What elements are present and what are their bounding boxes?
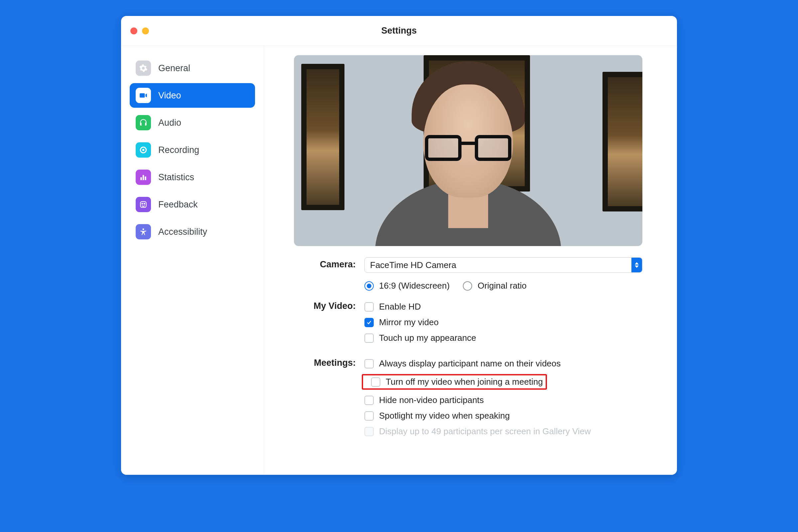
display-49-participants-option: Display up to 49 participants per screen…: [364, 424, 642, 439]
sidebar-item-accessibility[interactable]: Accessibility: [130, 220, 255, 244]
select-stepper-icon: [631, 258, 642, 272]
camera-select-value: FaceTime HD Camera: [370, 260, 456, 270]
sidebar-item-label: Video: [158, 91, 181, 101]
sidebar-item-label: Accessibility: [158, 227, 207, 237]
ratio-widescreen-label: 16:9 (Widescreen): [379, 281, 450, 291]
radio-icon: [463, 281, 472, 291]
checkbox-icon: [364, 427, 374, 436]
option-label: Mirror my video: [379, 317, 439, 327]
sidebar-item-label: Audio: [158, 118, 181, 128]
checkbox-icon: [364, 318, 374, 327]
headphones-icon: [136, 115, 151, 130]
content-pane: Camera: FaceTime HD Camera 16:9 (Widescr…: [264, 46, 677, 475]
turn-off-video-option-highlight: Turn off my video when joining a meeting: [364, 372, 642, 392]
display-participant-name-option[interactable]: Always display participant name on their…: [364, 356, 642, 372]
touch-up-option[interactable]: Touch up my appearance: [364, 330, 642, 346]
ratio-widescreen-option[interactable]: 16:9 (Widescreen): [364, 278, 450, 293]
bar-chart-icon: [136, 170, 151, 185]
my-video-label: My Video:: [294, 299, 364, 311]
turn-off-video-option[interactable]: Turn off my video when joining a meeting: [362, 374, 547, 390]
window-body: General Video Audio Recording: [121, 46, 677, 475]
camera-row: Camera: FaceTime HD Camera 16:9 (Widescr…: [294, 258, 642, 296]
enable-hd-option[interactable]: Enable HD: [364, 299, 642, 315]
preview-background-art: [301, 64, 344, 210]
checkbox-icon: [364, 411, 374, 421]
sidebar-item-audio[interactable]: Audio: [130, 110, 255, 135]
ratio-original-option[interactable]: Original ratio: [463, 278, 526, 293]
svg-point-1: [142, 149, 145, 151]
sidebar: General Video Audio Recording: [121, 46, 264, 475]
checkbox-icon: [364, 396, 374, 405]
checkbox-icon: [364, 334, 374, 343]
accessibility-icon: [136, 224, 151, 240]
option-label: Spotlight my video when speaking: [379, 411, 510, 421]
mirror-video-option[interactable]: Mirror my video: [364, 315, 642, 330]
sidebar-item-feedback[interactable]: Feedback: [130, 192, 255, 217]
smiley-icon: [136, 197, 151, 212]
camera-select[interactable]: FaceTime HD Camera: [364, 258, 642, 273]
checkbox-icon: [364, 302, 374, 311]
svg-point-7: [144, 203, 145, 204]
titlebar: Settings: [121, 16, 677, 46]
preview-person-glasses: [425, 135, 511, 162]
record-icon: [136, 142, 151, 158]
option-label: Enable HD: [379, 302, 421, 312]
sidebar-item-label: Statistics: [158, 172, 194, 183]
close-icon[interactable]: [130, 27, 137, 34]
svg-rect-3: [142, 175, 144, 180]
sidebar-item-label: General: [158, 63, 190, 74]
sidebar-item-label: Recording: [158, 145, 199, 155]
option-label: Turn off my video when joining a meeting: [386, 377, 543, 387]
my-video-row: My Video: Enable HD Mirror my video: [294, 299, 642, 346]
radio-icon: [364, 281, 374, 291]
meetings-row: Meetings: Always display participant nam…: [294, 356, 642, 439]
svg-rect-4: [145, 176, 146, 180]
settings-window: Settings General Video Audio: [121, 16, 677, 475]
option-label: Display up to 49 participants per screen…: [379, 426, 591, 437]
svg-point-8: [142, 228, 144, 230]
checkbox-icon: [371, 377, 380, 387]
checkbox-icon: [364, 359, 374, 368]
option-label: Hide non-video participants: [379, 395, 484, 405]
video-camera-icon: [136, 88, 151, 103]
minimize-icon[interactable]: [142, 27, 149, 34]
meetings-label: Meetings:: [294, 356, 364, 368]
window-title: Settings: [381, 25, 417, 36]
sidebar-item-recording[interactable]: Recording: [130, 138, 255, 162]
camera-label: Camera:: [294, 258, 364, 270]
sidebar-item-general[interactable]: General: [130, 56, 255, 80]
ratio-original-label: Original ratio: [477, 281, 526, 291]
sidebar-item-label: Feedback: [158, 200, 198, 210]
window-controls: [130, 27, 149, 34]
option-label: Touch up my appearance: [379, 333, 476, 343]
sidebar-item-video[interactable]: Video: [130, 83, 255, 108]
gear-icon: [136, 60, 151, 76]
spotlight-video-option[interactable]: Spotlight my video when speaking: [364, 408, 642, 424]
sidebar-item-statistics[interactable]: Statistics: [130, 165, 255, 190]
hide-non-video-option[interactable]: Hide non-video participants: [364, 392, 642, 408]
svg-rect-2: [140, 177, 141, 180]
preview-background-art: [603, 72, 642, 211]
option-label: Always display participant name on their…: [379, 358, 560, 369]
video-preview: [294, 55, 642, 246]
svg-point-6: [141, 203, 142, 204]
